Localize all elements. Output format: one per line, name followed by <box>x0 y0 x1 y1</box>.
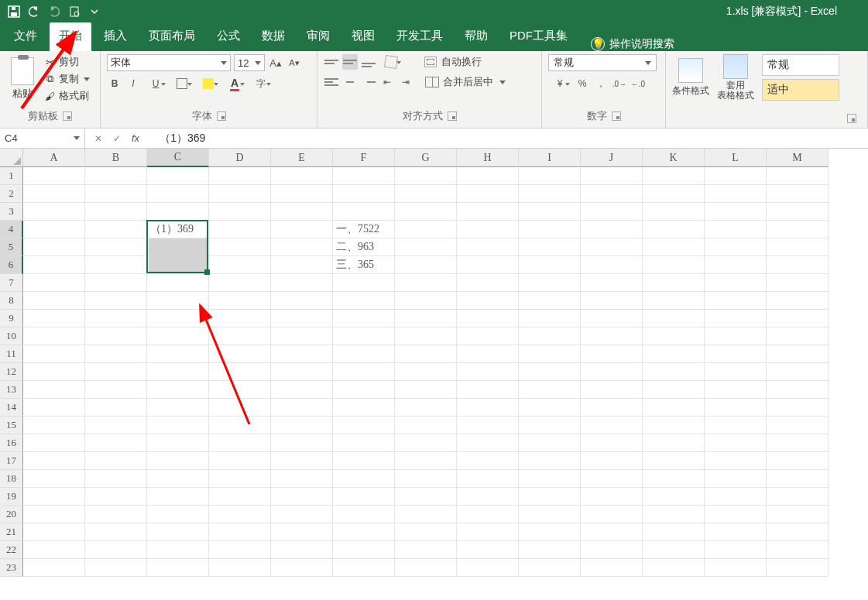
cell[interactable] <box>271 417 333 434</box>
cell[interactable] <box>705 345 767 363</box>
tab-formulas[interactable]: 公式 <box>208 22 249 51</box>
increase-decimal-button[interactable]: .0→ <box>612 76 627 91</box>
cell[interactable] <box>395 238 457 256</box>
cell[interactable] <box>519 559 581 577</box>
cell[interactable] <box>457 559 519 577</box>
cell[interactable] <box>767 541 829 559</box>
cell[interactable] <box>333 363 395 381</box>
cell[interactable] <box>519 434 581 452</box>
cell[interactable] <box>395 470 457 488</box>
cell[interactable] <box>705 488 767 506</box>
cell[interactable] <box>767 310 829 327</box>
cell[interactable] <box>457 345 519 363</box>
orientation-button[interactable] <box>379 54 403 70</box>
cell[interactable] <box>209 381 271 399</box>
cell[interactable] <box>395 381 457 399</box>
cell[interactable] <box>581 310 643 327</box>
cell[interactable] <box>457 310 519 327</box>
cell[interactable] <box>457 434 519 452</box>
cell[interactable] <box>581 167 643 185</box>
cell[interactable] <box>147 327 209 345</box>
font-color-button[interactable]: A <box>223 76 246 91</box>
cell[interactable] <box>767 381 829 399</box>
cell[interactable] <box>395 363 457 381</box>
row-header[interactable]: 2 <box>0 185 23 203</box>
cell[interactable] <box>85 559 147 577</box>
cell[interactable] <box>457 399 519 417</box>
select-all-corner[interactable] <box>0 149 23 167</box>
cell[interactable] <box>333 541 395 559</box>
conditional-formatting-button[interactable]: 条件格式 <box>672 58 709 98</box>
phonetic-button[interactable]: 字 <box>249 76 273 91</box>
tab-insert[interactable]: 插入 <box>94 22 136 51</box>
font-name-combo[interactable]: 宋体 <box>107 54 231 71</box>
cell[interactable] <box>395 292 457 310</box>
row-header[interactable]: 5 <box>0 238 23 256</box>
cell[interactable] <box>581 274 643 292</box>
column-header[interactable]: B <box>85 149 147 167</box>
cell[interactable] <box>271 541 333 559</box>
cell[interactable] <box>767 506 829 523</box>
cell[interactable] <box>147 559 209 577</box>
cell[interactable] <box>209 452 271 470</box>
cell[interactable] <box>333 345 395 363</box>
cell[interactable] <box>457 238 519 256</box>
cell[interactable] <box>767 256 829 274</box>
underline-button[interactable]: U <box>144 76 167 91</box>
cell[interactable] <box>767 185 829 203</box>
tab-help[interactable]: 帮助 <box>455 22 497 51</box>
formula-input[interactable]: （1）369 <box>152 132 868 146</box>
cell[interactable] <box>271 256 333 274</box>
cell[interactable] <box>85 310 147 327</box>
cell[interactable] <box>147 541 209 559</box>
cell[interactable] <box>519 452 581 470</box>
cell[interactable] <box>643 523 705 541</box>
cell[interactable] <box>767 434 829 452</box>
style-normal[interactable]: 常规 <box>762 54 839 76</box>
cell[interactable] <box>85 203 147 221</box>
cell[interactable] <box>209 310 271 327</box>
row-header[interactable]: 14 <box>0 399 23 417</box>
cell[interactable] <box>643 470 705 488</box>
cell[interactable] <box>767 417 829 434</box>
cell[interactable] <box>457 452 519 470</box>
cell[interactable] <box>519 523 581 541</box>
cell[interactable] <box>209 541 271 559</box>
cell[interactable] <box>519 274 581 292</box>
column-header[interactable]: C <box>147 149 209 167</box>
cell[interactable] <box>209 399 271 417</box>
cell[interactable] <box>23 221 85 238</box>
cell[interactable] <box>395 327 457 345</box>
row-header[interactable]: 20 <box>0 506 23 523</box>
cell[interactable] <box>271 167 333 185</box>
cell[interactable] <box>581 203 643 221</box>
number-format-combo[interactable]: 常规 <box>548 54 657 71</box>
cell[interactable] <box>23 434 85 452</box>
cell[interactable] <box>643 399 705 417</box>
row-header[interactable]: 21 <box>0 523 23 541</box>
cell[interactable] <box>209 345 271 363</box>
cell[interactable] <box>705 452 767 470</box>
cell-styles-gallery[interactable]: 常规 适中 <box>762 54 839 101</box>
cell[interactable] <box>147 434 209 452</box>
row-header[interactable]: 8 <box>0 292 23 310</box>
alignment-launcher-icon[interactable] <box>448 111 457 121</box>
cell[interactable] <box>643 292 705 310</box>
cell[interactable] <box>705 327 767 345</box>
cell[interactable] <box>23 488 85 506</box>
cell[interactable] <box>643 238 705 256</box>
cell[interactable] <box>581 434 643 452</box>
align-bottom-button[interactable] <box>361 54 376 70</box>
cell[interactable] <box>209 363 271 381</box>
cell[interactable] <box>23 256 85 274</box>
accounting-format-button[interactable]: ¥ <box>548 76 571 91</box>
cell[interactable] <box>643 381 705 399</box>
cell[interactable] <box>85 167 147 185</box>
cell[interactable] <box>395 541 457 559</box>
cell[interactable] <box>333 399 395 417</box>
column-header[interactable]: H <box>457 149 519 167</box>
cells-area[interactable]: （1）369一、7522（2）3644二、963（3）854三、365 <box>23 167 829 577</box>
cell[interactable] <box>85 345 147 363</box>
cell[interactable] <box>85 506 147 523</box>
cell[interactable] <box>519 256 581 274</box>
